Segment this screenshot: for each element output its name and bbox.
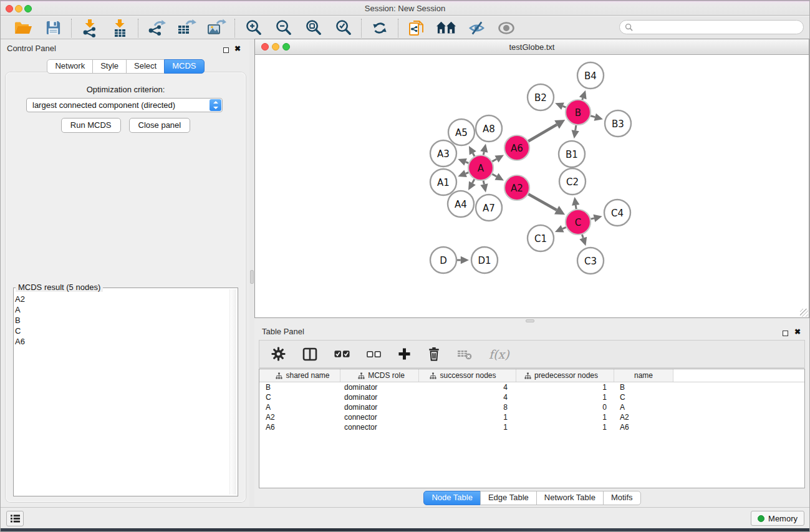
network-window-titlebar[interactable]: testGlobe.txt bbox=[255, 39, 809, 55]
delete-table-icon[interactable] bbox=[457, 349, 472, 360]
graph-edge-A-A3[interactable] bbox=[466, 162, 469, 163]
network-view-window: testGlobe.txt B4B2BB3A8A5A6A3B1AA1C2A2A4… bbox=[254, 39, 809, 318]
zoom-out-icon[interactable] bbox=[273, 18, 293, 38]
tab-style[interactable]: Style bbox=[92, 59, 127, 74]
graph-edge-C-C1[interactable] bbox=[562, 227, 566, 228]
tab-select[interactable]: Select bbox=[126, 59, 165, 74]
graph-node-label: B2 bbox=[534, 92, 547, 104]
deselect-all-columns-icon[interactable] bbox=[367, 351, 381, 358]
zoom-fit-icon[interactable] bbox=[303, 18, 323, 38]
global-search-field[interactable] bbox=[619, 20, 804, 34]
refresh-icon[interactable] bbox=[370, 18, 390, 38]
window-resize-grip[interactable] bbox=[800, 309, 808, 317]
tab-network[interactable]: Network bbox=[47, 59, 93, 74]
graph-edge-B-B3[interactable] bbox=[591, 116, 595, 117]
close-panel-icon[interactable]: ✖ bbox=[234, 46, 241, 52]
table-row[interactable]: A6 connector 1 1 A6 bbox=[259, 422, 804, 432]
graph-edge-A6-B[interactable] bbox=[528, 125, 557, 142]
optimization-criterion-label: Optimization criterion: bbox=[6, 85, 246, 94]
save-icon[interactable] bbox=[43, 18, 63, 38]
column-header-successor-nodes[interactable]: successor nodes bbox=[419, 369, 516, 382]
graph-edge-A-A4[interactable] bbox=[472, 179, 474, 183]
column-header-mcds-role[interactable]: MCDS role bbox=[340, 369, 419, 382]
graph-edge-A-A7[interactable] bbox=[483, 181, 484, 185]
export-table-icon[interactable] bbox=[176, 18, 196, 38]
show-column-panel-icon[interactable] bbox=[302, 347, 317, 361]
column-header-name[interactable]: name bbox=[614, 369, 673, 382]
zoom-in-icon[interactable] bbox=[243, 18, 263, 38]
import-table-icon[interactable] bbox=[110, 18, 130, 38]
graph-edge-arrowhead bbox=[480, 143, 488, 152]
graph-edge-C-C4[interactable] bbox=[591, 218, 594, 219]
table-settings-gear-icon[interactable] bbox=[271, 347, 286, 361]
horizontal-split-handle[interactable] bbox=[526, 319, 534, 322]
tab-motifs[interactable]: Motifs bbox=[603, 491, 641, 505]
run-mcds-button[interactable]: Run MCDS bbox=[61, 118, 121, 133]
graph-node-label: A8 bbox=[483, 123, 495, 135]
hide-graphics-details-icon[interactable] bbox=[466, 18, 486, 38]
eye-icon[interactable] bbox=[496, 18, 516, 38]
graph-edge-A-A2[interactable] bbox=[492, 174, 496, 177]
graph-edge-A-A1[interactable] bbox=[466, 173, 469, 174]
float-table-panel-icon[interactable] bbox=[783, 327, 788, 339]
close-panel-button[interactable]: Close panel bbox=[129, 118, 191, 133]
table-row[interactable]: A2 connector 1 1 A2 bbox=[259, 412, 804, 422]
table-row[interactable]: B dominator 4 1 B bbox=[259, 382, 804, 392]
task-history-button[interactable] bbox=[6, 511, 24, 526]
graph-edge-C-C2[interactable] bbox=[576, 205, 576, 209]
graph-edge-A2-C[interactable] bbox=[528, 194, 556, 210]
result-scrollbar[interactable] bbox=[229, 289, 236, 495]
graph-node-label: A1 bbox=[437, 177, 450, 188]
close-table-panel-icon[interactable]: ✖ bbox=[794, 329, 801, 336]
mcds-result-list[interactable]: A2 A B C A6 bbox=[15, 290, 229, 495]
select-all-columns-icon[interactable] bbox=[334, 350, 350, 358]
import-network-icon[interactable] bbox=[80, 18, 100, 38]
tab-edge-table[interactable]: Edge Table bbox=[480, 491, 537, 505]
memory-label: Memory bbox=[768, 514, 798, 523]
export-image-icon[interactable] bbox=[206, 18, 226, 38]
result-item[interactable]: A6 bbox=[15, 336, 229, 347]
result-item[interactable]: C bbox=[15, 326, 229, 336]
optimization-criterion-dropdown[interactable]: largest connected component (directed) bbox=[26, 98, 223, 112]
graph-edge-A-A5[interactable] bbox=[473, 153, 475, 157]
panel-split-divider[interactable] bbox=[249, 41, 254, 506]
table-panel: Table Panel ✖ f(x) shared name bbox=[254, 323, 810, 507]
tab-node-table[interactable]: Node Table bbox=[423, 491, 481, 505]
table-toolbar: f(x) bbox=[259, 340, 805, 368]
float-panel-icon[interactable] bbox=[223, 44, 229, 56]
result-item[interactable]: A bbox=[15, 304, 229, 315]
table-row[interactable]: C dominator 4 1 C bbox=[259, 392, 804, 402]
result-item[interactable]: A2 bbox=[15, 294, 229, 304]
open-folder-icon[interactable] bbox=[13, 18, 33, 38]
graph-node-label: A5 bbox=[455, 127, 468, 138]
table-body: B dominator 4 1 B C dominator 4 1 C A do… bbox=[259, 382, 804, 432]
column-header-shared-name[interactable]: shared name bbox=[259, 369, 340, 382]
tab-network-table[interactable]: Network Table bbox=[536, 491, 604, 505]
delete-column-trash-icon[interactable] bbox=[428, 347, 440, 361]
new-session-from-network-icon[interactable] bbox=[407, 18, 427, 38]
table-panel-tabs: Node Table Edge Table Network Table Moti… bbox=[254, 491, 810, 505]
search-input[interactable] bbox=[636, 22, 803, 33]
graph-node-label: A7 bbox=[483, 203, 495, 214]
column-header-predecessor-nodes[interactable]: predecessor nodes bbox=[516, 369, 614, 382]
export-network-icon[interactable] bbox=[147, 18, 166, 38]
network-canvas[interactable]: B4B2BB3A8A5A6A3B1AA1C2A2A4A7C4CC1C3DD1 bbox=[255, 56, 809, 317]
tab-mcds[interactable]: MCDS bbox=[164, 59, 204, 74]
graph-edge-B-B1[interactable] bbox=[576, 125, 576, 130]
graph-edge-arrowhead bbox=[579, 90, 587, 99]
graph-edge-B-B2[interactable] bbox=[562, 106, 566, 107]
graph-edge-C-C3[interactable] bbox=[582, 235, 583, 238]
graph-edge-A-A8[interactable] bbox=[483, 152, 484, 155]
attribute-tree-icon bbox=[524, 372, 531, 379]
table-row[interactable]: A dominator 8 0 A bbox=[259, 402, 804, 412]
result-item[interactable]: B bbox=[15, 315, 229, 326]
home-icon[interactable] bbox=[436, 18, 456, 38]
graph-edge-A-A6[interactable] bbox=[492, 159, 496, 162]
create-column-plus-icon[interactable] bbox=[398, 347, 411, 360]
memory-button[interactable]: Memory bbox=[751, 511, 804, 526]
graph-edge-arrowhead bbox=[594, 114, 603, 121]
graph-node-label: D bbox=[440, 255, 447, 266]
zoom-selected-icon[interactable] bbox=[333, 18, 353, 38]
function-builder-icon[interactable]: f(x) bbox=[489, 347, 509, 361]
graph-edge-B-B4[interactable] bbox=[582, 98, 583, 100]
